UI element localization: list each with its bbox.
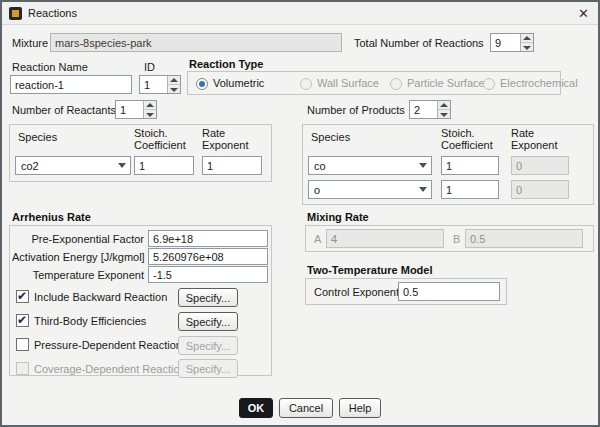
- radio-label: Volumetric: [213, 77, 264, 89]
- id-label: ID: [144, 61, 155, 73]
- total-reactions-spinner[interactable]: 9: [490, 33, 534, 52]
- spinner-arrows: [520, 34, 533, 51]
- reaction-type-group: Volumetric Wall Surface Particle Surface…: [187, 71, 561, 95]
- pressure-dependent-specify-button: Specify...: [178, 336, 238, 355]
- close-icon[interactable]: ✕: [578, 6, 589, 21]
- reactants-rate-header: Rate Exponent: [202, 127, 258, 151]
- spinner-arrows: [143, 101, 156, 118]
- radio-particle-surface: Particle Surface: [390, 77, 485, 90]
- include-backward-specify-button[interactable]: Specify...: [178, 288, 238, 307]
- dialog-icon: [9, 7, 22, 20]
- radio-volumetric[interactable]: Volumetric: [196, 77, 264, 90]
- id-spinner[interactable]: 1: [139, 75, 181, 94]
- dialog-title: Reactions: [28, 7, 77, 19]
- pre-exponential-label: Pre-Exponential Factor: [12, 233, 144, 245]
- reactants-count-value: 1: [116, 101, 143, 118]
- radio-selected-icon: [196, 78, 208, 90]
- spinner-up-icon[interactable]: [144, 101, 156, 110]
- mixing-a-input: [326, 229, 444, 248]
- product-rate-exponent-input: [511, 180, 569, 199]
- radio-label: Wall Surface: [317, 77, 379, 89]
- product-stoich-input[interactable]: [441, 156, 499, 175]
- two-temperature-group: Control Exponent: [305, 278, 507, 305]
- reactants-stoich-header: Stoich. Coefficient: [134, 127, 196, 151]
- activation-energy-input[interactable]: [148, 248, 268, 265]
- cancel-button[interactable]: Cancel: [279, 398, 333, 418]
- third-body-specify-button[interactable]: Specify...: [178, 312, 238, 331]
- mixing-b-input: [465, 229, 583, 248]
- spinner-down-icon[interactable]: [168, 85, 180, 93]
- spinner-up-icon[interactable]: [168, 76, 180, 85]
- coverage-dependent-label: Coverage-Dependent Reaction: [34, 363, 186, 375]
- reactants-group: Species Stoich. Coefficient Rate Exponen…: [9, 124, 272, 182]
- pre-exponential-input[interactable]: [148, 230, 268, 247]
- mixture-label: Mixture: [12, 37, 48, 49]
- spinner-down-icon[interactable]: [521, 43, 533, 51]
- products-rate-header: Rate Exponent: [511, 127, 567, 151]
- chevron-down-icon: [415, 157, 431, 174]
- chevron-down-icon: [114, 157, 130, 174]
- activation-energy-label: Activation Energy [J/kgmol]: [12, 251, 144, 263]
- pressure-dependent-label: Pressure-Dependent Reaction: [34, 339, 182, 351]
- products-species-header: Species: [311, 131, 350, 143]
- spinner-up-icon[interactable]: [438, 101, 450, 110]
- radio-electrochemical: Electrochemical: [483, 77, 578, 90]
- reaction-name-input[interactable]: [10, 75, 132, 94]
- titlebar: Reactions ✕: [2, 2, 598, 25]
- reactant-species-dropdown[interactable]: co2: [15, 156, 131, 175]
- reactions-dialog: Reactions ✕ Mixture Total Number of Reac…: [0, 0, 600, 427]
- dropdown-value: co2: [16, 160, 114, 172]
- product-stoich-input[interactable]: [441, 180, 499, 199]
- radio-wall-surface: Wall Surface: [300, 77, 379, 90]
- arrhenius-heading: Arrhenius Rate: [12, 211, 91, 223]
- spinner-up-icon[interactable]: [521, 34, 533, 43]
- mixing-b-label: B: [453, 233, 460, 245]
- pressure-dependent-checkbox[interactable]: [16, 338, 29, 351]
- control-exponent-input[interactable]: [398, 282, 500, 301]
- products-stoich-header: Stoich. Coefficient: [441, 127, 503, 151]
- temperature-exponent-label: Temperature Exponent: [12, 269, 144, 281]
- reactant-stoich-input[interactable]: [134, 156, 194, 175]
- product-species-dropdown[interactable]: co: [308, 156, 432, 175]
- spinner-arrows: [167, 76, 180, 93]
- radio-icon: [483, 78, 495, 90]
- radio-icon: [300, 78, 312, 90]
- spinner-arrows: [437, 101, 450, 118]
- number-of-products-spinner[interactable]: 2: [409, 100, 451, 119]
- arrhenius-group: Pre-Exponential Factor Activation Energy…: [9, 225, 272, 376]
- temperature-exponent-input[interactable]: [148, 266, 268, 283]
- spinner-down-icon[interactable]: [144, 110, 156, 118]
- coverage-dependent-checkbox: [16, 362, 29, 375]
- third-body-checkbox[interactable]: [16, 314, 29, 327]
- total-reactions-label: Total Number of Reactions: [354, 37, 484, 49]
- product-species-dropdown[interactable]: o: [308, 180, 432, 199]
- reactants-species-header: Species: [18, 131, 57, 143]
- radio-icon: [390, 78, 402, 90]
- mixture-field: [50, 33, 342, 52]
- number-of-products-label: Number of Products: [307, 104, 405, 116]
- mixing-rate-group: A B: [305, 225, 594, 252]
- chevron-down-icon: [415, 181, 431, 198]
- reaction-name-label: Reaction Name: [12, 61, 88, 73]
- include-backward-label: Include Backward Reaction: [34, 291, 167, 303]
- coverage-dependent-specify-button: Specify...: [178, 359, 238, 378]
- spinner-down-icon[interactable]: [438, 110, 450, 118]
- third-body-label: Third-Body Efficiencies: [34, 315, 146, 327]
- products-count-value: 2: [410, 101, 437, 118]
- total-reactions-value: 9: [491, 34, 520, 51]
- radio-label: Particle Surface: [407, 77, 485, 89]
- mixing-a-label: A: [314, 233, 321, 245]
- number-of-reactants-label: Number of Reactants: [12, 104, 116, 116]
- include-backward-checkbox[interactable]: [16, 290, 29, 303]
- products-group: Species Stoich. Coefficient Rate Exponen…: [302, 124, 594, 205]
- control-exponent-label: Control Exponent: [314, 286, 399, 298]
- radio-label: Electrochemical: [500, 77, 578, 89]
- dropdown-value: co: [309, 160, 415, 172]
- dropdown-value: o: [309, 184, 415, 196]
- ok-button[interactable]: OK: [239, 398, 273, 418]
- product-rate-exponent-input: [511, 156, 569, 175]
- number-of-reactants-spinner[interactable]: 1: [115, 100, 157, 119]
- help-button[interactable]: Help: [339, 398, 381, 418]
- reactant-rate-exponent-input[interactable]: [202, 156, 262, 175]
- two-temperature-heading: Two-Temperature Model: [307, 264, 433, 276]
